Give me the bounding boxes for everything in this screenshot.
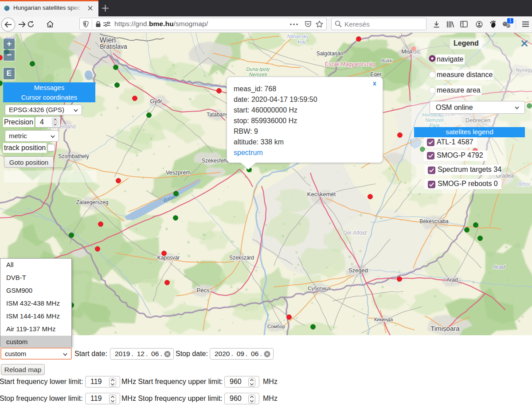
svg-text:Győr: Győr: [150, 98, 162, 105]
svg-text:Duna-Ipoly: Duna-Ipoly: [246, 66, 270, 72]
svg-text:Arad: Arad: [493, 264, 505, 270]
svg-text:Pécs: Pécs: [197, 287, 210, 294]
svg-text:Szekszárd: Szekszárd: [229, 255, 254, 261]
svg-text:Dél-Alföld: Dél-Alföld: [343, 230, 366, 236]
svg-text:kraj: kraj: [297, 39, 305, 44]
svg-text:Timișoara: Timișoara: [430, 325, 460, 332]
svg-text:Békéscsaba: Békéscsaba: [419, 218, 449, 225]
svg-text:Кикинда: Кикинда: [374, 317, 393, 322]
svg-text:Szeged: Szeged: [348, 267, 368, 274]
svg-text:Veszprém: Veszprém: [166, 170, 191, 176]
svg-text:Kaposvár: Kaposvár: [157, 255, 180, 261]
svg-text:Szombathely: Szombathely: [58, 153, 89, 159]
svg-text:Arad: Arad: [446, 277, 458, 283]
svg-text:Сомбор: Сомбор: [267, 324, 285, 329]
svg-text:Kecskemét: Kecskemét: [307, 191, 336, 198]
svg-text:Észak-Magyarország: Észak-Magyarország: [325, 61, 375, 67]
svg-text:Nitriansky: Nitriansky: [287, 34, 309, 39]
svg-text:Суботица: Суботица: [308, 286, 331, 291]
svg-text:Bükk: Bükk: [381, 58, 392, 63]
svg-text:Bratislava: Bratislava: [100, 43, 127, 50]
svg-text:Salgótarján: Salgótarján: [317, 50, 344, 57]
svg-text:Zalaegerszeg: Zalaegerszeg: [76, 199, 109, 205]
